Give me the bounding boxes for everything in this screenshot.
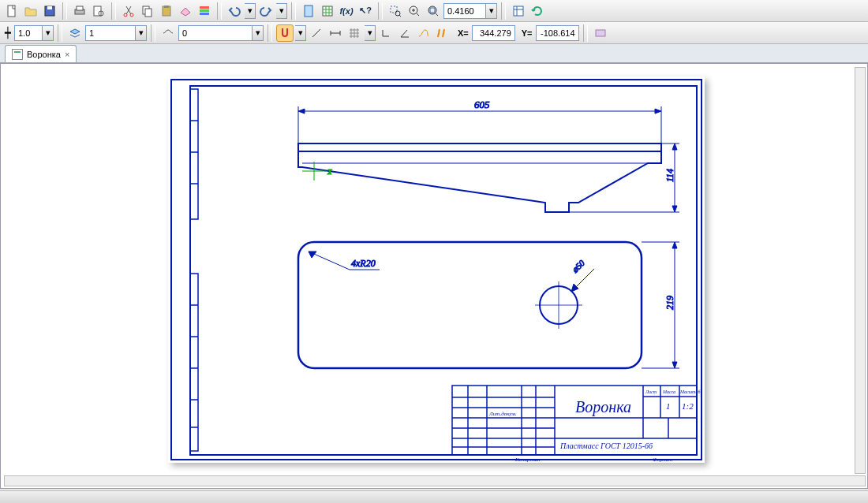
svg-rect-14 <box>200 9 209 12</box>
svg-rect-15 <box>200 13 209 15</box>
svg-text:Копировал: Копировал <box>514 456 540 463</box>
grid-toggle[interactable] <box>346 24 363 42</box>
svg-rect-12 <box>164 6 169 8</box>
svg-rect-2 <box>47 6 52 9</box>
table-button[interactable] <box>510 2 527 20</box>
cut-button[interactable] <box>120 2 137 20</box>
zoom-value-combo[interactable]: ▾ <box>443 3 497 19</box>
extra-tool[interactable] <box>592 24 609 42</box>
svg-rect-31 <box>190 274 198 451</box>
dim-114: 114 <box>664 169 675 182</box>
svg-rect-4 <box>77 6 83 10</box>
doc-icon-button[interactable] <box>300 2 317 20</box>
eraser-button[interactable] <box>177 2 194 20</box>
refresh-button[interactable] <box>529 2 546 20</box>
svg-text:X: X <box>327 168 332 176</box>
layer-icon-button[interactable] <box>66 24 84 42</box>
tab-label: Воронка <box>27 50 61 59</box>
title-main: Воронка <box>575 398 631 416</box>
drawing-canvas[interactable]: X 605 114 <box>4 67 853 474</box>
sheet-button[interactable] <box>319 2 336 20</box>
help-button[interactable]: ↖? <box>357 2 374 20</box>
angle-tool[interactable] <box>396 24 413 42</box>
y-label: Y= <box>522 28 533 38</box>
style-combo[interactable]: ▾ <box>178 25 264 41</box>
dim-605: 605 <box>474 99 490 110</box>
properties-button[interactable] <box>196 2 213 20</box>
snap-toggle[interactable] <box>276 24 294 42</box>
svg-text:Масса: Масса <box>662 389 675 394</box>
zoom-window-button[interactable] <box>387 2 404 20</box>
preview-button[interactable] <box>90 2 107 20</box>
open-button[interactable] <box>22 2 39 20</box>
title-material: Пластмасс ГОСТ 12015-66 <box>559 442 653 450</box>
dim-219: 219 <box>664 296 675 310</box>
svg-text:Лит.докум.: Лит.докум. <box>488 411 517 417</box>
tab-close-button[interactable]: × <box>65 50 69 59</box>
document-tabbar: Воронка × <box>0 44 868 63</box>
svg-rect-27 <box>190 89 198 219</box>
x-coord-input[interactable] <box>472 25 515 41</box>
vertical-scrollbar[interactable] <box>855 67 866 474</box>
hatch-icon-button[interactable] <box>159 24 177 42</box>
paste-button[interactable] <box>158 2 175 20</box>
dim-tool[interactable] <box>327 24 344 42</box>
dim-radius: 4xR20 <box>351 258 376 269</box>
svg-text:1:2: 1:2 <box>682 401 694 411</box>
svg-text:Формат: Формат <box>653 456 672 463</box>
svg-rect-0 <box>8 6 15 17</box>
save-button[interactable] <box>41 2 58 20</box>
svg-rect-48 <box>298 242 642 368</box>
print-button[interactable] <box>71 2 88 20</box>
redo-button[interactable] <box>257 2 275 20</box>
fx-button[interactable]: f(x) <box>338 2 355 20</box>
copy-button[interactable] <box>139 2 156 20</box>
dim-diam: ⌀50 <box>570 258 587 275</box>
new-button[interactable] <box>3 2 21 20</box>
zoom-in-button[interactable] <box>406 2 423 20</box>
zoom-value-input[interactable] <box>443 3 486 19</box>
document-icon <box>12 49 23 60</box>
svg-point-8 <box>130 13 133 17</box>
tab-voronka[interactable]: Воронка × <box>5 45 77 62</box>
svg-rect-13 <box>200 6 209 9</box>
svg-point-7 <box>124 13 127 17</box>
horizontal-scrollbar[interactable] <box>4 475 866 486</box>
curve-tool[interactable] <box>415 24 432 42</box>
drawing-page: X 605 114 <box>168 76 705 463</box>
layer-combo[interactable]: ▾ <box>85 25 147 41</box>
zoom-fit-button[interactable] <box>425 2 442 20</box>
toolbar-row-2: ┿ ▾ ▾ ▾ ▾ ▾ X= Y= <box>0 22 868 44</box>
statusbar <box>0 490 868 503</box>
line-width-combo[interactable]: ▾ <box>14 25 54 41</box>
svg-text:Лист: Лист <box>645 389 657 394</box>
y-coord-input[interactable] <box>536 25 579 41</box>
line-tool[interactable] <box>308 24 325 42</box>
svg-rect-23 <box>514 6 523 16</box>
svg-rect-16 <box>305 6 312 17</box>
ortho-toggle[interactable] <box>377 24 395 42</box>
zoom-value-dropdown[interactable]: ▾ <box>486 3 497 19</box>
svg-rect-24 <box>596 30 605 36</box>
svg-rect-10 <box>145 9 152 17</box>
toolbar-row-1: ▾ ▾ f(x) ↖? ▾ <box>0 0 868 22</box>
workspace: X 605 114 <box>0 63 868 489</box>
redo-dropdown[interactable]: ▾ <box>276 3 287 19</box>
line-style-icon: ┿ <box>5 27 11 39</box>
snap-dropdown[interactable]: ▾ <box>295 25 306 41</box>
para-tool[interactable] <box>434 24 451 42</box>
undo-button[interactable] <box>226 2 243 20</box>
x-label: X= <box>458 28 469 38</box>
svg-text:Масштаб: Масштаб <box>679 389 702 394</box>
svg-text:1: 1 <box>666 401 671 411</box>
svg-rect-17 <box>323 6 332 16</box>
undo-dropdown[interactable]: ▾ <box>245 3 256 19</box>
svg-rect-22 <box>430 8 435 13</box>
